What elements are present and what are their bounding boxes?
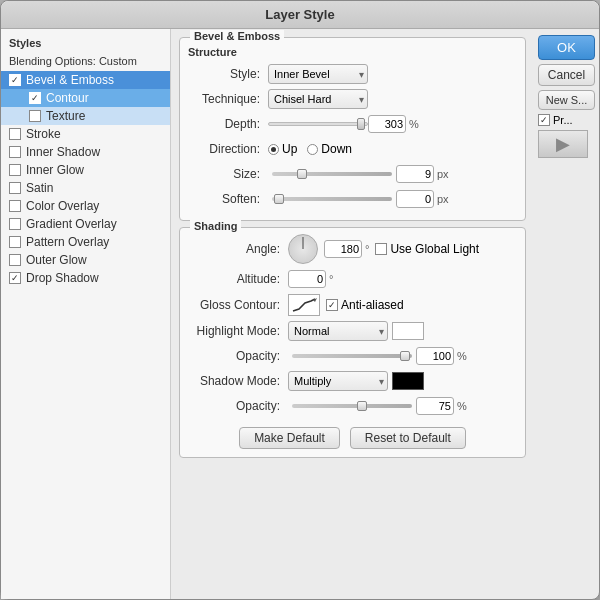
pattern-overlay-checkbox[interactable]	[9, 236, 21, 248]
bevel-emboss-checkbox[interactable]	[9, 74, 21, 86]
angle-field-label: Angle:	[188, 242, 288, 256]
sidebar-item-blending[interactable]: Blending Options: Custom	[1, 53, 170, 71]
sidebar-item-inner-shadow[interactable]: Inner Shadow	[1, 143, 170, 161]
style-row: Style: Inner Bevel	[188, 64, 517, 84]
sidebar-item-outer-glow[interactable]: Outer Glow	[1, 251, 170, 269]
preview-button[interactable]: ▶	[538, 130, 588, 158]
shadow-opacity-thumb[interactable]	[357, 401, 367, 411]
soften-slider[interactable]	[272, 197, 392, 201]
size-input[interactable]	[396, 165, 434, 183]
shadow-mode-select-wrapper[interactable]: Multiply	[288, 371, 388, 391]
stroke-checkbox[interactable]	[9, 128, 21, 140]
anti-aliased-checkbox[interactable]	[326, 299, 338, 311]
shadow-opacity-slider[interactable]	[292, 404, 412, 408]
sidebar-item-gradient-overlay[interactable]: Gradient Overlay	[1, 215, 170, 233]
sidebar-item-texture[interactable]: Texture	[1, 107, 170, 125]
highlight-opacity-slider[interactable]	[292, 354, 412, 358]
sidebar-item-satin[interactable]: Satin	[1, 179, 170, 197]
preview-icon: ▶	[556, 133, 570, 155]
structure-section-title: Structure	[188, 46, 517, 58]
cancel-button[interactable]: Cancel	[538, 64, 595, 86]
reset-to-default-button[interactable]: Reset to Default	[350, 427, 466, 449]
direction-up-radio[interactable]	[268, 144, 279, 155]
soften-thumb[interactable]	[274, 194, 284, 204]
angle-dial[interactable]	[288, 234, 318, 264]
new-style-button[interactable]: New S...	[538, 90, 595, 110]
inner-shadow-checkbox[interactable]	[9, 146, 21, 158]
drop-shadow-checkbox[interactable]	[9, 272, 21, 284]
inner-shadow-label: Inner Shadow	[26, 145, 100, 159]
global-light-checkbox[interactable]	[375, 243, 387, 255]
ok-button[interactable]: OK	[538, 35, 595, 60]
direction-field-label: Direction:	[188, 142, 268, 156]
sidebar-item-stroke[interactable]: Stroke	[1, 125, 170, 143]
direction-up-label: Up	[282, 142, 297, 156]
shadow-opacity-field-label: Opacity:	[188, 399, 288, 413]
highlight-opacity-thumb[interactable]	[400, 351, 410, 361]
highlight-mode-field-label: Highlight Mode:	[188, 324, 288, 338]
shadow-mode-select[interactable]: Multiply	[288, 371, 388, 391]
direction-up-option[interactable]: Up	[268, 142, 297, 156]
technique-field-label: Technique:	[188, 92, 268, 106]
dialog-body: Styles Blending Options: Custom Bevel & …	[1, 29, 599, 599]
bevel-emboss-panel-label: Bevel & Emboss	[190, 30, 284, 42]
highlight-opacity-row: Opacity: %	[188, 346, 517, 366]
direction-down-option[interactable]: Down	[307, 142, 352, 156]
preview-checkbox[interactable]	[538, 114, 550, 126]
shadow-opacity-unit: %	[457, 400, 467, 412]
color-overlay-label: Color Overlay	[26, 199, 99, 213]
make-default-button[interactable]: Make Default	[239, 427, 340, 449]
size-row: Size: px	[188, 164, 517, 184]
stroke-label: Stroke	[26, 127, 61, 141]
highlight-opacity-input[interactable]	[416, 347, 454, 365]
depth-field-label: Depth:	[188, 117, 268, 131]
gradient-overlay-checkbox[interactable]	[9, 218, 21, 230]
preview-checkbox-wrapper[interactable]: Pr...	[538, 114, 595, 126]
cancel-label: Cancel	[548, 68, 585, 82]
size-unit: px	[437, 168, 449, 180]
global-light-checkbox-wrapper[interactable]: Use Global Light	[375, 242, 479, 256]
size-field-label: Size:	[188, 167, 268, 181]
sidebar-item-inner-glow[interactable]: Inner Glow	[1, 161, 170, 179]
contour-checkbox[interactable]	[29, 92, 41, 104]
texture-checkbox[interactable]	[29, 110, 41, 122]
bottom-buttons: Make Default Reset to Default	[188, 421, 517, 451]
highlight-mode-row: Highlight Mode: Normal	[188, 321, 517, 341]
altitude-input[interactable]	[288, 270, 326, 288]
satin-label: Satin	[26, 181, 53, 195]
sidebar-item-pattern-overlay[interactable]: Pattern Overlay	[1, 233, 170, 251]
title-bar: Layer Style	[1, 1, 599, 29]
inner-glow-checkbox[interactable]	[9, 164, 21, 176]
color-overlay-checkbox[interactable]	[9, 200, 21, 212]
outer-glow-checkbox[interactable]	[9, 254, 21, 266]
style-select[interactable]: Inner Bevel	[268, 64, 368, 84]
depth-thumb[interactable]	[357, 118, 365, 130]
sidebar-item-color-overlay[interactable]: Color Overlay	[1, 197, 170, 215]
shadow-mode-field-label: Shadow Mode:	[188, 374, 288, 388]
satin-checkbox[interactable]	[9, 182, 21, 194]
sidebar-item-bevel-emboss[interactable]: Bevel & Emboss	[1, 71, 170, 89]
global-light-label: Use Global Light	[390, 242, 479, 256]
angle-input[interactable]	[324, 240, 362, 258]
size-slider[interactable]	[272, 172, 392, 176]
highlight-color-swatch[interactable]	[392, 322, 424, 340]
technique-select[interactable]: Chisel Hard	[268, 89, 368, 109]
contour-preview[interactable]	[288, 294, 320, 316]
shadow-color-swatch[interactable]	[392, 372, 424, 390]
depth-input[interactable]	[368, 115, 406, 133]
anti-aliased-checkbox-wrapper[interactable]: Anti-aliased	[326, 298, 404, 312]
technique-select-wrapper[interactable]: Chisel Hard	[268, 89, 368, 109]
blending-label: Blending Options: Custom	[9, 55, 137, 67]
style-select-wrapper[interactable]: Inner Bevel	[268, 64, 368, 84]
shadow-opacity-input[interactable]	[416, 397, 454, 415]
angle-unit: °	[365, 243, 369, 255]
highlight-mode-select[interactable]: Normal	[288, 321, 388, 341]
highlight-mode-select-wrapper[interactable]: Normal	[288, 321, 388, 341]
sidebar-item-contour[interactable]: Contour	[1, 89, 170, 107]
layer-style-dialog: Layer Style Styles Blending Options: Cus…	[0, 0, 600, 600]
sidebar-item-drop-shadow[interactable]: Drop Shadow	[1, 269, 170, 287]
depth-slider[interactable]	[268, 122, 368, 126]
size-thumb[interactable]	[297, 169, 307, 179]
soften-input[interactable]	[396, 190, 434, 208]
direction-down-radio[interactable]	[307, 144, 318, 155]
